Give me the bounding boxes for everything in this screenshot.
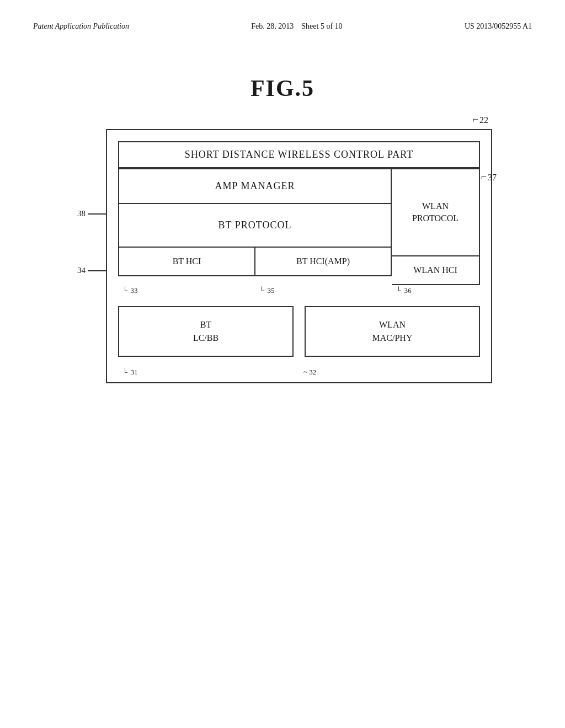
ref-32-container: ~ 32 [299, 368, 480, 377]
ref-label-35: 35 [267, 286, 274, 295]
ref-label-31: 31 [130, 368, 137, 376]
middle-section: AMP MANAGER BT PROTOCOL BT HCI BT HCI(AM… [118, 168, 480, 285]
ref-label-33: 33 [130, 286, 137, 295]
publication-label: Patent Application Publication [33, 22, 129, 30]
bt-lcbb-box: BT LC/BB [118, 306, 294, 357]
amp-manager-label: AMP MANAGER [215, 180, 295, 191]
wlan-protocol-box: WLAN PROTOCOL [392, 168, 480, 256]
bt-lcbb-label: BT LC/BB [193, 320, 218, 342]
ref-label-36: 36 [404, 286, 411, 295]
wlan-hci-box: WLAN HCI [392, 256, 480, 285]
bt-protocol-label: BT PROTOCOL [218, 220, 292, 231]
hci-ref-labels-row: └ 33 └ 35 └ 36 [118, 286, 480, 295]
ref-label-32: 32 [309, 368, 316, 376]
ref-35-container: └ 35 [255, 286, 392, 295]
wlan-macphy-box: WLAN MAC/PHY [305, 306, 480, 357]
ref-label-37: ⌐ 37 [481, 171, 497, 183]
bottom-section: BT LC/BB WLAN MAC/PHY [118, 306, 480, 357]
wlan-protocol-label: WLAN PROTOCOL [412, 200, 459, 225]
pub-date: Feb. 28, 2013 [251, 22, 294, 30]
header-right: US 2013/0052955 A1 [465, 22, 532, 31]
figure-title: FIG.5 [0, 75, 565, 101]
bottom-ref-labels-row: └ 31 ~ 32 [118, 368, 480, 377]
bt-hci-label: BT HCI [173, 256, 201, 266]
ref-36-container: └ 36 [392, 286, 480, 295]
amp-manager-box: AMP MANAGER [118, 168, 392, 204]
outer-box: ⌐ 22 SHORT DISTANCE WIRELESS CONTROL PAR… [106, 129, 492, 383]
right-column: ⌐ 37 WLAN PROTOCOL WLAN HCI [392, 168, 480, 285]
diagram-wrapper: 38 34 ⌐ 22 SHORT DISTANCE WIRELESS CONTR… [73, 129, 492, 383]
ref-label-38: 38 [77, 209, 107, 218]
header-center: Feb. 28, 2013 Sheet 5 of 10 [251, 22, 342, 31]
left-column: AMP MANAGER BT PROTOCOL BT HCI BT HCI(AM… [118, 168, 392, 285]
bt-hci-amp-label: BT HCI(AMP) [296, 256, 350, 266]
header-left: Patent Application Publication [33, 22, 129, 31]
wlan-macphy-label: WLAN MAC/PHY [372, 320, 413, 342]
ref-label-22: ⌐ 22 [473, 114, 488, 125]
bt-hci-amp-box: BT HCI(AMP) [254, 248, 392, 276]
bt-protocol-box: BT PROTOCOL [118, 204, 392, 248]
patent-number: US 2013/0052955 A1 [465, 22, 532, 30]
wlan-hci-label: WLAN HCI [413, 265, 457, 275]
ref-label-34: 34 [77, 266, 107, 275]
bt-hci-box: BT HCI [118, 248, 254, 276]
sdwcp-box: SHORT DISTANCE WIRELESS CONTROL PART [118, 141, 480, 168]
sdwcp-label: SHORT DISTANCE WIRELESS CONTROL PART [185, 149, 413, 160]
sheet-info: Sheet 5 of 10 [301, 22, 342, 30]
ref-31-container: └ 31 [118, 368, 299, 377]
ref-33-container: └ 33 [118, 286, 255, 295]
hci-row: BT HCI BT HCI(AMP) [118, 248, 392, 276]
